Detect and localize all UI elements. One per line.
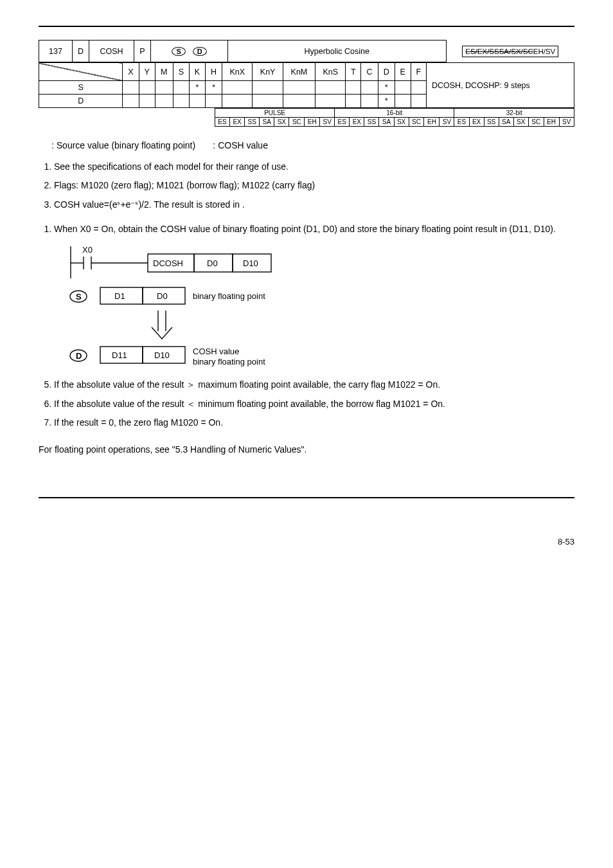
note-5: If the absolute value of the result ＞ ma… (54, 377, 574, 393)
program-list: When X0 = On, obtain the COSH value of b… (39, 222, 574, 237)
api-d: D (73, 41, 89, 62)
pulse-table: PULSE 16-bit 32-bit ESEXSSSASXSCEHSV ESE… (215, 108, 574, 127)
page-number: 8-53 (39, 537, 574, 547)
applicable-models: ES/EX/SSSA/SX/SCEH/SV (462, 46, 558, 57)
svg-text:D: D (76, 351, 82, 361)
api-operands: S D (151, 41, 228, 62)
svg-text:S: S (76, 292, 82, 302)
operands-line: : Source value (binary floating point) :… (51, 137, 574, 154)
program-intro: When X0 = On, obtain the COSH value of b… (54, 222, 574, 237)
svg-text:D0: D0 (157, 291, 168, 301)
applicable-models-cell: ES/EX/SSSA/SX/SCEH/SV (446, 41, 574, 62)
api-function: Hyperbolic Cosine (228, 41, 447, 62)
slash-cell (39, 63, 123, 81)
api-header-table: 137 D COSH P S D Hyperbolic Cosine ES/EX… (39, 40, 574, 62)
remarks-text: For floating point operations, see "5.3 … (39, 441, 574, 458)
svg-text:binary floating point: binary floating point (193, 357, 265, 366)
api-p: P (134, 41, 151, 62)
svg-text:COSH value: COSH value (193, 347, 239, 356)
svg-text:D1: D1 (114, 291, 125, 301)
d-icon: D (193, 47, 207, 56)
note-7: If the result = 0, the zero flag M1020 =… (54, 415, 574, 431)
operand-s-text: : Source value (binary floating point) (51, 140, 195, 150)
api-num: 137 (39, 41, 73, 62)
steps-cell: DCOSH, DCOSHP: 9 steps (427, 63, 574, 108)
operand-d-text: : COSH value (213, 140, 268, 150)
note-6: If the absolute value of the result ＜ mi… (54, 397, 574, 412)
row-d: D (39, 95, 123, 108)
ladder-diagram: X0 DCOSH D0 D10 S D1 D0 binary floating … (64, 246, 574, 374)
s-icon: S (172, 47, 186, 56)
svg-text:D10: D10 (243, 258, 258, 268)
program-notes: If the absolute value of the result ＞ ma… (39, 377, 574, 431)
api-mnemonic: COSH (89, 41, 134, 62)
svg-text:D11: D11 (112, 350, 127, 360)
svg-text:D0: D0 (207, 258, 218, 268)
explanation-2: Flags: M1020 (zero flag); M1021 (borrow … (54, 178, 574, 194)
explanation-1: See the specifications of each model for… (54, 159, 574, 175)
explanation-3: COSH value=(eˢ+e⁻ˢ)/2. The result is sto… (54, 197, 574, 213)
svg-text:DCOSH: DCOSH (153, 258, 183, 268)
row-s: S (39, 81, 123, 95)
svg-text:X0: X0 (82, 246, 93, 255)
explanations-list: See the specifications of each model for… (39, 159, 574, 213)
svg-text:D10: D10 (154, 350, 170, 360)
svg-text:binary floating point: binary floating point (193, 291, 265, 301)
device-grid-table: X Y M S K H KnX KnY KnM KnS T C D E F DC… (39, 62, 574, 108)
